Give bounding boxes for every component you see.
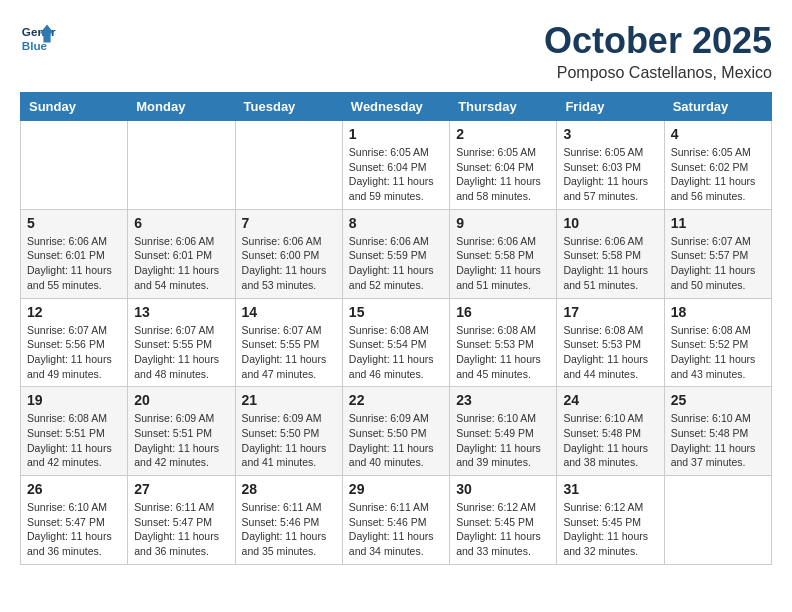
day-number: 9 <box>456 215 550 231</box>
weekday-header-saturday: Saturday <box>664 93 771 121</box>
day-info: Sunrise: 6:10 AM Sunset: 5:49 PM Dayligh… <box>456 411 550 470</box>
day-info: Sunrise: 6:09 AM Sunset: 5:50 PM Dayligh… <box>242 411 336 470</box>
day-info: Sunrise: 6:07 AM Sunset: 5:55 PM Dayligh… <box>134 323 228 382</box>
day-number: 23 <box>456 392 550 408</box>
week-row-1: 1Sunrise: 6:05 AM Sunset: 6:04 PM Daylig… <box>21 121 772 210</box>
day-cell <box>21 121 128 210</box>
day-number: 12 <box>27 304 121 320</box>
day-cell: 26Sunrise: 6:10 AM Sunset: 5:47 PM Dayli… <box>21 476 128 565</box>
day-cell: 15Sunrise: 6:08 AM Sunset: 5:54 PM Dayli… <box>342 298 449 387</box>
weekday-header-sunday: Sunday <box>21 93 128 121</box>
day-info: Sunrise: 6:06 AM Sunset: 6:00 PM Dayligh… <box>242 234 336 293</box>
day-info: Sunrise: 6:11 AM Sunset: 5:46 PM Dayligh… <box>349 500 443 559</box>
day-cell: 17Sunrise: 6:08 AM Sunset: 5:53 PM Dayli… <box>557 298 664 387</box>
day-cell: 21Sunrise: 6:09 AM Sunset: 5:50 PM Dayli… <box>235 387 342 476</box>
day-cell: 22Sunrise: 6:09 AM Sunset: 5:50 PM Dayli… <box>342 387 449 476</box>
week-row-5: 26Sunrise: 6:10 AM Sunset: 5:47 PM Dayli… <box>21 476 772 565</box>
day-cell: 4Sunrise: 6:05 AM Sunset: 6:02 PM Daylig… <box>664 121 771 210</box>
day-number: 26 <box>27 481 121 497</box>
day-number: 5 <box>27 215 121 231</box>
day-cell: 23Sunrise: 6:10 AM Sunset: 5:49 PM Dayli… <box>450 387 557 476</box>
day-cell: 14Sunrise: 6:07 AM Sunset: 5:55 PM Dayli… <box>235 298 342 387</box>
day-cell <box>235 121 342 210</box>
weekday-header-tuesday: Tuesday <box>235 93 342 121</box>
day-cell: 24Sunrise: 6:10 AM Sunset: 5:48 PM Dayli… <box>557 387 664 476</box>
title-area: October 2025 Pomposo Castellanos, Mexico <box>544 20 772 82</box>
day-cell: 1Sunrise: 6:05 AM Sunset: 6:04 PM Daylig… <box>342 121 449 210</box>
day-number: 21 <box>242 392 336 408</box>
header: General Blue October 2025 Pomposo Castel… <box>20 20 772 82</box>
day-info: Sunrise: 6:06 AM Sunset: 5:58 PM Dayligh… <box>563 234 657 293</box>
day-number: 18 <box>671 304 765 320</box>
weekday-header-wednesday: Wednesday <box>342 93 449 121</box>
day-number: 28 <box>242 481 336 497</box>
day-number: 17 <box>563 304 657 320</box>
weekday-header-thursday: Thursday <box>450 93 557 121</box>
day-info: Sunrise: 6:05 AM Sunset: 6:02 PM Dayligh… <box>671 145 765 204</box>
day-cell: 12Sunrise: 6:07 AM Sunset: 5:56 PM Dayli… <box>21 298 128 387</box>
day-cell: 8Sunrise: 6:06 AM Sunset: 5:59 PM Daylig… <box>342 209 449 298</box>
day-info: Sunrise: 6:08 AM Sunset: 5:53 PM Dayligh… <box>456 323 550 382</box>
day-cell: 19Sunrise: 6:08 AM Sunset: 5:51 PM Dayli… <box>21 387 128 476</box>
day-info: Sunrise: 6:05 AM Sunset: 6:03 PM Dayligh… <box>563 145 657 204</box>
day-info: Sunrise: 6:10 AM Sunset: 5:48 PM Dayligh… <box>563 411 657 470</box>
logo-icon: General Blue <box>20 20 56 56</box>
day-cell: 20Sunrise: 6:09 AM Sunset: 5:51 PM Dayli… <box>128 387 235 476</box>
day-number: 15 <box>349 304 443 320</box>
day-cell: 11Sunrise: 6:07 AM Sunset: 5:57 PM Dayli… <box>664 209 771 298</box>
day-info: Sunrise: 6:08 AM Sunset: 5:52 PM Dayligh… <box>671 323 765 382</box>
week-row-4: 19Sunrise: 6:08 AM Sunset: 5:51 PM Dayli… <box>21 387 772 476</box>
day-number: 29 <box>349 481 443 497</box>
month-title: October 2025 <box>544 20 772 62</box>
day-cell: 30Sunrise: 6:12 AM Sunset: 5:45 PM Dayli… <box>450 476 557 565</box>
day-info: Sunrise: 6:06 AM Sunset: 5:58 PM Dayligh… <box>456 234 550 293</box>
week-row-2: 5Sunrise: 6:06 AM Sunset: 6:01 PM Daylig… <box>21 209 772 298</box>
day-info: Sunrise: 6:07 AM Sunset: 5:56 PM Dayligh… <box>27 323 121 382</box>
day-cell: 6Sunrise: 6:06 AM Sunset: 6:01 PM Daylig… <box>128 209 235 298</box>
day-number: 20 <box>134 392 228 408</box>
day-number: 22 <box>349 392 443 408</box>
day-info: Sunrise: 6:08 AM Sunset: 5:53 PM Dayligh… <box>563 323 657 382</box>
day-cell: 5Sunrise: 6:06 AM Sunset: 6:01 PM Daylig… <box>21 209 128 298</box>
day-info: Sunrise: 6:07 AM Sunset: 5:57 PM Dayligh… <box>671 234 765 293</box>
day-number: 16 <box>456 304 550 320</box>
location-title: Pomposo Castellanos, Mexico <box>544 64 772 82</box>
day-cell: 18Sunrise: 6:08 AM Sunset: 5:52 PM Dayli… <box>664 298 771 387</box>
day-cell: 7Sunrise: 6:06 AM Sunset: 6:00 PM Daylig… <box>235 209 342 298</box>
calendar: SundayMondayTuesdayWednesdayThursdayFrid… <box>20 92 772 565</box>
day-number: 25 <box>671 392 765 408</box>
day-cell: 9Sunrise: 6:06 AM Sunset: 5:58 PM Daylig… <box>450 209 557 298</box>
day-number: 7 <box>242 215 336 231</box>
day-cell: 27Sunrise: 6:11 AM Sunset: 5:47 PM Dayli… <box>128 476 235 565</box>
weekday-header-friday: Friday <box>557 93 664 121</box>
day-info: Sunrise: 6:09 AM Sunset: 5:51 PM Dayligh… <box>134 411 228 470</box>
day-info: Sunrise: 6:12 AM Sunset: 5:45 PM Dayligh… <box>563 500 657 559</box>
day-number: 24 <box>563 392 657 408</box>
day-info: Sunrise: 6:08 AM Sunset: 5:54 PM Dayligh… <box>349 323 443 382</box>
day-number: 10 <box>563 215 657 231</box>
day-cell: 28Sunrise: 6:11 AM Sunset: 5:46 PM Dayli… <box>235 476 342 565</box>
day-info: Sunrise: 6:10 AM Sunset: 5:48 PM Dayligh… <box>671 411 765 470</box>
day-number: 31 <box>563 481 657 497</box>
day-info: Sunrise: 6:06 AM Sunset: 6:01 PM Dayligh… <box>134 234 228 293</box>
day-info: Sunrise: 6:05 AM Sunset: 6:04 PM Dayligh… <box>456 145 550 204</box>
day-number: 2 <box>456 126 550 142</box>
day-number: 14 <box>242 304 336 320</box>
day-cell: 10Sunrise: 6:06 AM Sunset: 5:58 PM Dayli… <box>557 209 664 298</box>
day-number: 11 <box>671 215 765 231</box>
day-number: 8 <box>349 215 443 231</box>
day-number: 19 <box>27 392 121 408</box>
day-info: Sunrise: 6:11 AM Sunset: 5:46 PM Dayligh… <box>242 500 336 559</box>
week-row-3: 12Sunrise: 6:07 AM Sunset: 5:56 PM Dayli… <box>21 298 772 387</box>
day-cell: 3Sunrise: 6:05 AM Sunset: 6:03 PM Daylig… <box>557 121 664 210</box>
day-number: 27 <box>134 481 228 497</box>
day-number: 13 <box>134 304 228 320</box>
day-info: Sunrise: 6:11 AM Sunset: 5:47 PM Dayligh… <box>134 500 228 559</box>
day-cell: 16Sunrise: 6:08 AM Sunset: 5:53 PM Dayli… <box>450 298 557 387</box>
day-number: 4 <box>671 126 765 142</box>
day-cell: 13Sunrise: 6:07 AM Sunset: 5:55 PM Dayli… <box>128 298 235 387</box>
day-cell: 29Sunrise: 6:11 AM Sunset: 5:46 PM Dayli… <box>342 476 449 565</box>
day-info: Sunrise: 6:07 AM Sunset: 5:55 PM Dayligh… <box>242 323 336 382</box>
day-number: 3 <box>563 126 657 142</box>
weekday-header-row: SundayMondayTuesdayWednesdayThursdayFrid… <box>21 93 772 121</box>
